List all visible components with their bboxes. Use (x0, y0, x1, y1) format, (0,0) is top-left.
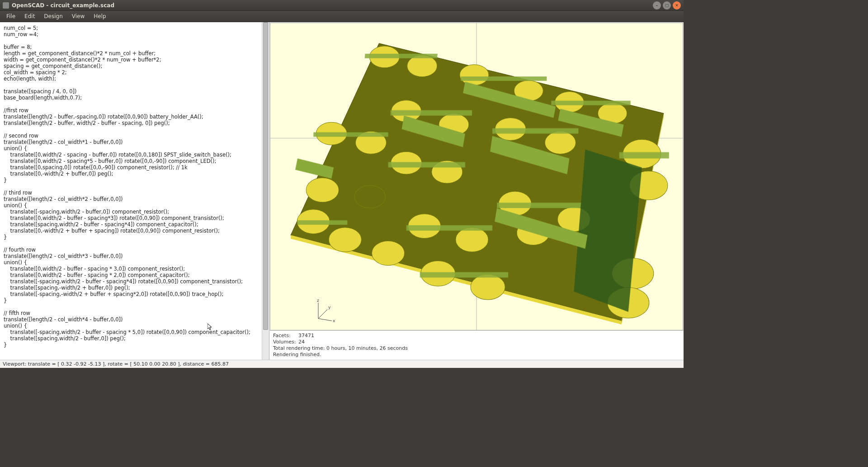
render-finished-line: Rendering finished. (273, 352, 680, 358)
svg-point-11 (329, 228, 361, 252)
svg-rect-44 (492, 128, 578, 133)
svg-line-58 (318, 310, 327, 319)
menu-edit[interactable]: Edit (20, 12, 39, 21)
window-title: OpenSCAD - circuit_example.scad (12, 2, 114, 9)
menu-help[interactable]: Help (89, 12, 110, 21)
facets-value: 37471 (298, 333, 314, 339)
close-button[interactable]: ✕ (673, 1, 681, 10)
svg-point-9 (306, 178, 339, 202)
minimize-button[interactable]: – (653, 1, 661, 10)
window-controls: – ▢ ✕ (653, 1, 681, 10)
svg-rect-41 (420, 272, 508, 277)
render-time-line: Total rendering time: 0 hours, 10 minute… (273, 345, 680, 352)
svg-line-56 (318, 319, 332, 321)
axis-triad-icon: z x y (309, 298, 336, 325)
svg-rect-40 (406, 225, 492, 231)
menu-file[interactable]: File (2, 12, 20, 21)
svg-rect-39 (297, 220, 347, 225)
volumes-value: 24 (298, 339, 305, 345)
svg-point-22 (460, 65, 489, 86)
svg-rect-42 (461, 76, 547, 81)
code-editor-pane: num_col = 5; num_row =4; buffer = 8; len… (0, 22, 269, 360)
3d-render (270, 23, 683, 330)
maximize-button[interactable]: ▢ (663, 1, 671, 10)
mouse-cursor-icon (208, 324, 211, 329)
svg-text:z: z (317, 298, 319, 303)
3d-viewport[interactable]: z x y (270, 23, 683, 330)
svg-text:y: y (328, 305, 331, 310)
svg-rect-46 (619, 152, 669, 158)
svg-rect-45 (497, 203, 592, 208)
content-area: num_col = 5; num_row =4; buffer = 8; len… (0, 22, 684, 360)
svg-rect-38 (388, 162, 465, 167)
viewer-pane: z x y Facets: 37471 Volumes: 24 Total re… (269, 22, 684, 360)
svg-rect-37 (391, 110, 472, 115)
volumes-label: Volumes: (273, 339, 298, 345)
svg-rect-43 (551, 100, 630, 105)
code-editor[interactable]: num_col = 5; num_row =4; buffer = 8; len… (0, 22, 262, 360)
svg-point-17 (354, 186, 385, 208)
svg-point-19 (456, 228, 488, 252)
svg-rect-35 (365, 54, 438, 58)
statusbar: Viewport: translate = [ 0.32 -0.92 -5.13… (0, 360, 684, 368)
svg-point-27 (545, 131, 576, 154)
svg-text:x: x (333, 319, 335, 323)
editor-scrollbar[interactable] (262, 22, 269, 360)
facets-label: Facets: (273, 333, 298, 339)
menu-design[interactable]: Design (39, 12, 67, 21)
svg-point-21 (471, 274, 505, 300)
menubar: File Edit Design View Help (0, 11, 684, 22)
titlebar: OpenSCAD - circuit_example.scad – ▢ ✕ (0, 0, 684, 11)
app-icon (3, 2, 9, 9)
viewport-status-text: Viewport: translate = [ 0.32 -0.92 -5.13… (3, 361, 229, 367)
svg-rect-36 (313, 132, 388, 137)
render-info-panel: Facets: 37471 Volumes: 24 Total renderin… (269, 330, 684, 360)
svg-point-12 (372, 241, 404, 266)
menu-view[interactable]: View (67, 12, 89, 21)
svg-point-6 (407, 55, 437, 77)
editor-scrollbar-thumb[interactable] (263, 22, 268, 330)
